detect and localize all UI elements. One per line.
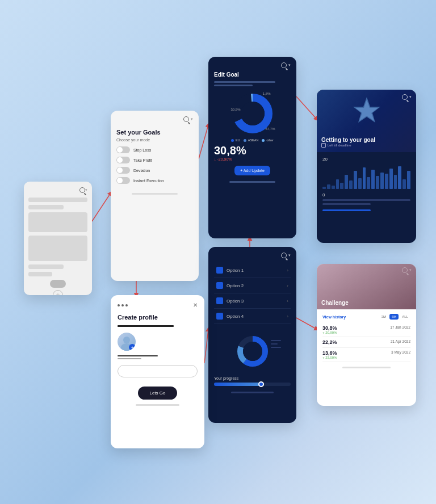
create-field-line xyxy=(118,355,158,356)
search-icon[interactable] xyxy=(281,253,287,258)
legend-other: other xyxy=(262,138,274,142)
legend-asean: ASEAN xyxy=(244,138,259,142)
period-tabs: 3M 6M ALL xyxy=(379,314,410,320)
svg-marker-6 xyxy=(355,100,378,121)
dot-2 xyxy=(121,304,124,306)
history-row-1: 30,8% + 20,90% 17 Jan 2022 xyxy=(322,323,410,337)
wireframe-screen: ▾ + xyxy=(24,182,92,295)
create-field-sub xyxy=(118,358,141,359)
donut-chart: 30,5% 67,7% 1,8% xyxy=(230,91,275,136)
option-chevron-1: › xyxy=(287,268,288,273)
wireframe-toggle[interactable] xyxy=(50,280,66,288)
wireframe-plus-button[interactable]: + xyxy=(53,290,63,295)
avatar-plus-icon[interactable]: + xyxy=(129,344,136,351)
toggle-take-profit-switch[interactable] xyxy=(116,157,130,163)
bar-chart-item xyxy=(380,173,384,189)
search-icon[interactable] xyxy=(79,187,85,193)
bar-chart-item xyxy=(385,174,388,189)
option-chevron-3: › xyxy=(287,299,288,304)
option-row-4[interactable]: Option 4 › xyxy=(214,309,291,324)
options-bottom-bar xyxy=(231,392,273,393)
sub-number: ↓ -20,90% xyxy=(214,157,291,161)
svg-point-11 xyxy=(123,337,130,343)
option-row-3[interactable]: Option 3 › xyxy=(214,293,291,309)
bar-chart-item xyxy=(322,187,326,189)
option-row-1[interactable]: Option 1 › xyxy=(214,263,291,278)
goals-screen: ▾ Set your Goals Choose your mode Stop L… xyxy=(111,111,199,281)
svg-point-10 xyxy=(243,342,262,361)
donut-label-right: 67,7% xyxy=(265,127,275,131)
toggle-instant-execution[interactable]: Instant Execution xyxy=(116,177,193,184)
history-row-3: 13,6% + 23,00% 3 May 2022 xyxy=(322,348,410,362)
challenge-progress-bar xyxy=(342,367,391,368)
toggle-instant-execution-switch[interactable] xyxy=(116,177,130,184)
edit-goal-top-bar: ▾ xyxy=(214,62,291,68)
bar-chart-item xyxy=(354,171,357,189)
bar-chart xyxy=(322,163,410,189)
legend-dot-eu xyxy=(231,139,234,142)
option-label-2: Option 2 xyxy=(227,283,244,288)
toggle-stop-loss-switch[interactable] xyxy=(116,146,130,153)
search-icon[interactable] xyxy=(183,116,189,122)
close-button[interactable]: ✕ xyxy=(193,302,198,308)
option-label-3: Option 3 xyxy=(227,299,244,304)
period-tab-6m[interactable]: 6M xyxy=(389,314,399,320)
toggle-take-profit-label: Take Profit xyxy=(133,158,152,162)
create-header: ✕ xyxy=(118,302,198,308)
bar-chart-item xyxy=(358,178,362,189)
option-box-4 xyxy=(216,313,223,320)
avatar[interactable]: + xyxy=(118,333,136,351)
getting-hero: ▾ Getting to your goal Left till deadlin… xyxy=(317,90,416,152)
period-tab-all[interactable]: ALL xyxy=(400,314,410,320)
donut-side-lines xyxy=(271,340,281,348)
create-profile-title: Create profile xyxy=(118,314,198,321)
search-icon[interactable] xyxy=(281,62,287,68)
legend-dot-other xyxy=(262,139,265,142)
view-history-row: View history 3M 6M ALL xyxy=(322,314,410,320)
toggle-stop-loss[interactable]: Stop Loss xyxy=(116,146,193,153)
caret-icon: ▾ xyxy=(409,95,412,99)
wireframe-rect-2 xyxy=(28,236,87,261)
getting-title: Getting to your goal xyxy=(321,137,375,143)
bar-chart-item xyxy=(349,180,353,189)
small-donut-chart xyxy=(236,334,270,368)
view-history-link[interactable]: View history xyxy=(322,315,346,319)
wireframe-search-bar: ▾ xyxy=(28,187,87,193)
bar-chart-item xyxy=(389,169,393,189)
toggle-deviation-switch[interactable] xyxy=(116,167,130,174)
history-date-1: 17 Jan 2022 xyxy=(390,325,410,329)
option-box-3 xyxy=(216,297,223,304)
checkbox-icon xyxy=(321,143,326,148)
lets-go-button[interactable]: Lets Go xyxy=(138,387,177,400)
history-row-2: 22,2% 21 Apr 2022 xyxy=(322,337,410,348)
option-label-4: Option 4 xyxy=(227,314,244,319)
history-date-2: 21 Apr 2022 xyxy=(391,339,410,343)
toggle-deviation[interactable]: Deviation xyxy=(116,167,193,174)
caret-icon: ▾ xyxy=(288,253,291,258)
toggle-deviation-label: Deviation xyxy=(133,169,150,173)
chart-min-label: 0 xyxy=(322,192,410,198)
challenge-screen: ▾ Challenge View history 3M 6M ALL xyxy=(317,264,416,406)
toggle-take-profit[interactable]: Take Profit xyxy=(116,157,193,163)
wireframe-bar-4 xyxy=(28,272,52,276)
create-input-field[interactable] xyxy=(118,365,198,377)
donut-legend: EU ASEAN other xyxy=(214,138,291,142)
goals-subtitle: Choose your mode xyxy=(116,138,193,142)
getting-progress-bar xyxy=(322,209,371,211)
add-update-button[interactable]: + Add Update xyxy=(234,166,270,175)
history-date-3: 3 May 2022 xyxy=(391,350,410,354)
getting-to-goal-screen: ▾ Getting to your goal Left till deadlin… xyxy=(317,90,416,243)
period-tab-3m[interactable]: 3M xyxy=(379,314,388,320)
search-icon[interactable] xyxy=(402,94,408,100)
wireframe-rect-1 xyxy=(28,212,87,232)
svg-point-4 xyxy=(241,102,265,125)
bar-chart-item xyxy=(363,167,366,189)
option-row-2[interactable]: Option 2 › xyxy=(214,278,291,293)
edit-goal-screen: ▾ Edit Goal 30,5% 67,7% 1,8% EU ASEAN xyxy=(208,57,296,238)
getting-line-1 xyxy=(322,199,410,201)
caret-icon: ▾ xyxy=(288,63,291,68)
bar-chart-item xyxy=(403,179,406,189)
dot-3 xyxy=(125,304,128,306)
option-box-2 xyxy=(216,282,223,289)
bar-chart-item xyxy=(340,183,343,189)
